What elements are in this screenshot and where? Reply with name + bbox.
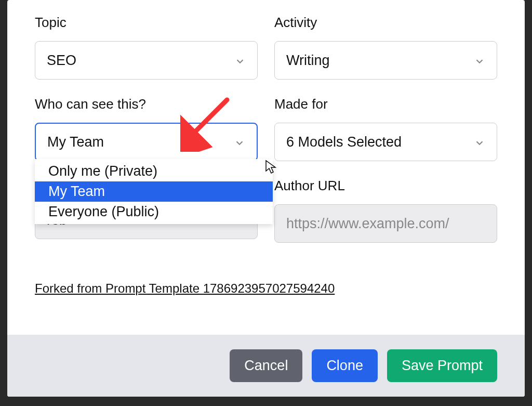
visibility-dropdown: Only me (Private) My Team Everyone (Publ… <box>35 159 273 224</box>
visibility-option-public[interactable]: Everyone (Public) <box>35 202 273 222</box>
visibility-select-value: My Team <box>47 134 104 150</box>
made-for-select[interactable]: 6 Models Selected <box>274 123 497 161</box>
clone-button[interactable]: Clone <box>312 349 378 382</box>
forked-from-link[interactable]: Forked from Prompt Template 178692395702… <box>35 281 335 296</box>
made-for-select-value: 6 Models Selected <box>286 134 402 150</box>
made-for-label: Made for <box>274 96 497 112</box>
modal-footer: Cancel Clone Save Prompt <box>7 335 525 397</box>
visibility-column: Who can see this? My Team Only me (Priva… <box>35 96 258 161</box>
activity-select-value: Writing <box>286 53 330 69</box>
chevron-down-icon <box>474 136 485 148</box>
save-prompt-button[interactable]: Save Prompt <box>387 349 497 382</box>
activity-select[interactable]: Writing <box>274 41 497 80</box>
topic-select-value: SEO <box>47 53 76 69</box>
form-row-1: Topic SEO Activity Writing <box>35 15 497 80</box>
modal: Topic SEO Activity Writing <box>7 0 525 397</box>
chevron-down-icon <box>234 136 245 148</box>
visibility-select[interactable]: My Team <box>35 123 258 161</box>
topic-select[interactable]: SEO <box>35 41 258 80</box>
chevron-down-icon <box>234 55 246 66</box>
topic-column: Topic SEO <box>35 15 258 80</box>
made-for-column: Made for 6 Models Selected <box>274 96 497 161</box>
topic-label: Topic <box>35 15 258 31</box>
modal-body: Topic SEO Activity Writing <box>7 0 525 335</box>
activity-label: Activity <box>274 15 497 31</box>
cancel-button[interactable]: Cancel <box>230 349 302 382</box>
author-url-column: Author URL <box>274 178 497 243</box>
visibility-label: Who can see this? <box>35 96 258 112</box>
chevron-down-icon <box>474 55 485 66</box>
activity-column: Activity Writing <box>274 15 497 80</box>
author-url-input[interactable] <box>274 204 497 243</box>
visibility-option-private[interactable]: Only me (Private) <box>35 161 273 181</box>
form-row-2: Who can see this? My Team Only me (Priva… <box>35 96 497 161</box>
author-url-label: Author URL <box>274 178 497 194</box>
visibility-option-team[interactable]: My Team <box>35 181 273 202</box>
